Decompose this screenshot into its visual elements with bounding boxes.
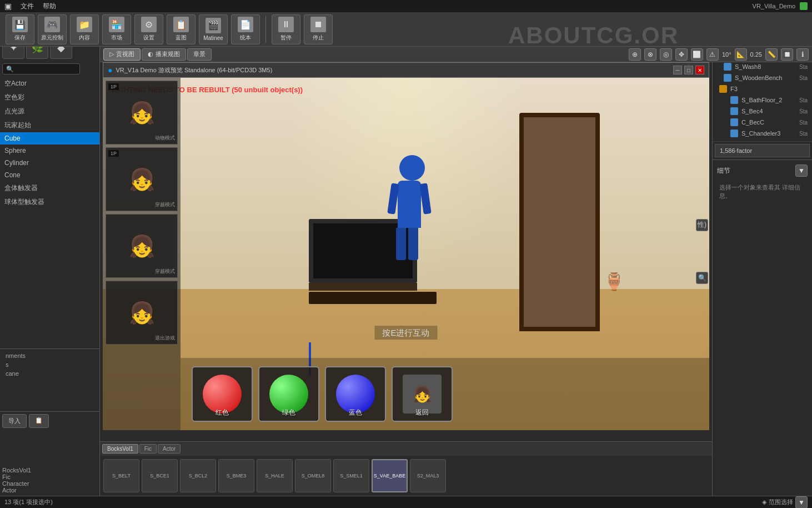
- window-maximize-btn[interactable]: □: [684, 66, 693, 74]
- bottom-tabs: BocksVol1 Fic Actor: [100, 442, 712, 456]
- window-title-small: VR_Villa_Demo: [753, 3, 795, 9]
- search-input[interactable]: [2, 63, 80, 74]
- sphere-trigger-label: 球体型触发器: [4, 197, 44, 207]
- asset-thumb-4[interactable]: S_BME3: [218, 459, 254, 492]
- stop-icon: ⏹: [310, 17, 326, 32]
- view-perspective-icon: ▷: [109, 51, 114, 58]
- hud-red-balloon[interactable]: 红色: [192, 366, 253, 422]
- scene-item-becc[interactable]: C_BecC Sta: [713, 117, 812, 128]
- viewport-icon-4[interactable]: ✥: [675, 48, 688, 61]
- pause-icon: ⏸: [278, 17, 294, 32]
- toolbar-content-btn[interactable]: 📁 内容: [70, 14, 99, 44]
- hud-green-balloon[interactable]: 绿色: [258, 366, 319, 422]
- toolbar-separator-1: [265, 16, 266, 43]
- scene-right-search[interactable]: 🔍: [696, 272, 708, 284]
- details-expand-btn[interactable]: ▼: [795, 165, 808, 177]
- menu-help[interactable]: 帮助: [43, 2, 56, 11]
- viewport-icon-10[interactable]: ℹ: [796, 48, 809, 61]
- stop-label: 停止: [313, 34, 324, 42]
- nav-light[interactable]: 点光源: [0, 104, 99, 118]
- toolbar-matinee-btn[interactable]: 🎬 Matinee: [199, 14, 228, 44]
- save-icon: 💾: [12, 17, 28, 32]
- asset-thumb-8[interactable]: S_VAE_BABE: [372, 459, 408, 492]
- asset-thumb-6[interactable]: S_OMEL8: [295, 459, 331, 492]
- view-show[interactable]: 章景: [187, 48, 212, 61]
- scene-item-chandeler[interactable]: S_Chandeler3 Sta: [713, 128, 812, 139]
- clipboard-btn[interactable]: 📋: [29, 414, 49, 428]
- char-card-1[interactable]: 1P 👧 动物模式: [106, 81, 178, 145]
- nav-cylinder[interactable]: Cylinder: [0, 157, 99, 169]
- viewport-icon-2[interactable]: ⊗: [644, 48, 656, 61]
- asset-thumb-2[interactable]: S_BCE1: [142, 459, 178, 492]
- scene-right-toggle[interactable]: 性): [696, 219, 708, 231]
- view-perspective[interactable]: ▷ 贡视图: [103, 48, 141, 61]
- item-status-bathfloor: Sta: [799, 97, 808, 103]
- scene-item-bec4[interactable]: S_Bec4 Sta: [713, 106, 812, 117]
- card-text-3: 穿越模式: [155, 268, 175, 275]
- viewport-icon-3[interactable]: ◎: [660, 48, 672, 61]
- window-close-btn[interactable]: ✕: [695, 66, 704, 74]
- scene-item-f3[interactable]: F3: [713, 83, 812, 94]
- toolbar-settings-btn[interactable]: ⚙ 设置: [134, 14, 163, 44]
- script-icon: 📄: [238, 17, 253, 32]
- nav-sphere-trigger[interactable]: 球体型触发器: [0, 195, 99, 209]
- char-card-4[interactable]: 👧 退出游戏: [106, 281, 178, 345]
- bl-item-1[interactable]: nments: [2, 351, 97, 360]
- toolbar-stop-btn[interactable]: ⏹ 停止: [304, 14, 333, 44]
- scene-item-bathfloor[interactable]: S_BathFloor_2 Sta: [713, 94, 812, 106]
- hud-character[interactable]: 👧 返回: [392, 366, 453, 422]
- hud-blue-balloon[interactable]: 蓝色: [325, 366, 386, 422]
- asset-thumb-7[interactable]: S_SMEL1: [333, 459, 369, 492]
- view-lit[interactable]: ◐ 播束规图: [142, 48, 186, 61]
- scene-item-woodenbench[interactable]: S_WoodenBench Sta: [713, 72, 812, 83]
- window-minimize-btn[interactable]: ─: [673, 66, 682, 74]
- bl-item-scene[interactable]: cane: [2, 369, 97, 378]
- viewport-icon-9[interactable]: 🔲: [781, 48, 793, 61]
- bl-item-2[interactable]: s: [2, 360, 97, 369]
- cylinder-label: Cylinder: [4, 159, 29, 167]
- asset-thumb-5[interactable]: S_HALE: [257, 459, 293, 492]
- nav-sphere[interactable]: Sphere: [0, 145, 99, 157]
- status-expand-btn[interactable]: ▼: [795, 496, 808, 509]
- viewport-icon-1[interactable]: ⊕: [629, 48, 641, 61]
- toolbar-market-btn[interactable]: 🏪 市场: [102, 14, 131, 44]
- bottom-tab-1[interactable]: BocksVol1: [102, 444, 138, 454]
- toolbar-control-btn[interactable]: 🎮 原元控制: [38, 14, 67, 44]
- secondary-toolbar: ▷ 贡视图 ◐ 播束规图 章景 ⊕ ⊗ ◎ ✥ ⬜ ⚠ 10° 📐 0.25 📏…: [100, 47, 812, 62]
- bl-label-scene: cane: [6, 370, 19, 377]
- char-card-2[interactable]: 1P 👧 穿越模式: [106, 147, 178, 211]
- market-icon: 🏪: [109, 17, 124, 32]
- bottom-character: Character: [2, 480, 97, 487]
- settings-icon: ⚙: [141, 17, 157, 32]
- bottom-tab-3[interactable]: Actor: [158, 444, 181, 454]
- toolbar-pause-btn[interactable]: ⏸ 暂停: [272, 14, 300, 44]
- left-panel: ✦ 🌿 ◆ 空Actor 空色彩 点光源 玩家起始 Cube Sphere Cy…: [0, 12, 100, 508]
- nav-cube[interactable]: Cube: [0, 132, 99, 145]
- char-legs: [396, 228, 425, 260]
- light-label: 点光源: [4, 107, 24, 116]
- char-card-3[interactable]: 👧 穿越模式: [106, 214, 178, 278]
- viewport-icon-7[interactable]: 📐: [735, 48, 747, 61]
- char-leg-left: [396, 228, 406, 260]
- toolbar-blueprint-btn[interactable]: 📋 蓝图: [167, 14, 196, 44]
- nav-color[interactable]: 空色彩: [0, 91, 99, 104]
- asset-thumb-1[interactable]: S_BELT: [103, 459, 139, 492]
- char-avatar-3: 👧: [129, 234, 155, 258]
- toolbar-script-btn[interactable]: 📄 统本: [231, 14, 260, 44]
- nav-cone[interactable]: Cone: [0, 169, 99, 181]
- viewport-icon-5[interactable]: ⬜: [691, 48, 703, 61]
- toolbar-save-btn[interactable]: 💾 保存: [6, 14, 34, 44]
- nav-player-start[interactable]: 玩家起始: [0, 118, 99, 132]
- nav-actor[interactable]: 空Actor: [0, 77, 99, 91]
- menu-file[interactable]: 文件: [21, 2, 34, 11]
- import-btn[interactable]: 导入: [2, 414, 27, 428]
- bottom-tab-2[interactable]: Fic: [139, 444, 157, 454]
- viewport-icon-8[interactable]: 📏: [765, 48, 778, 61]
- asset-thumb-9[interactable]: S2_MAL3: [410, 459, 446, 492]
- nav-box-trigger[interactable]: 盒体触发器: [0, 181, 99, 195]
- viewport-icon-6[interactable]: ⚠: [706, 48, 719, 61]
- content-label: 内容: [79, 34, 90, 42]
- scene-item-wash8[interactable]: S_Wash8 Sta: [713, 61, 812, 72]
- item-label-woodenbench: S_WoodenBench: [735, 74, 796, 81]
- asset-thumb-3[interactable]: S_BCL2: [180, 459, 216, 492]
